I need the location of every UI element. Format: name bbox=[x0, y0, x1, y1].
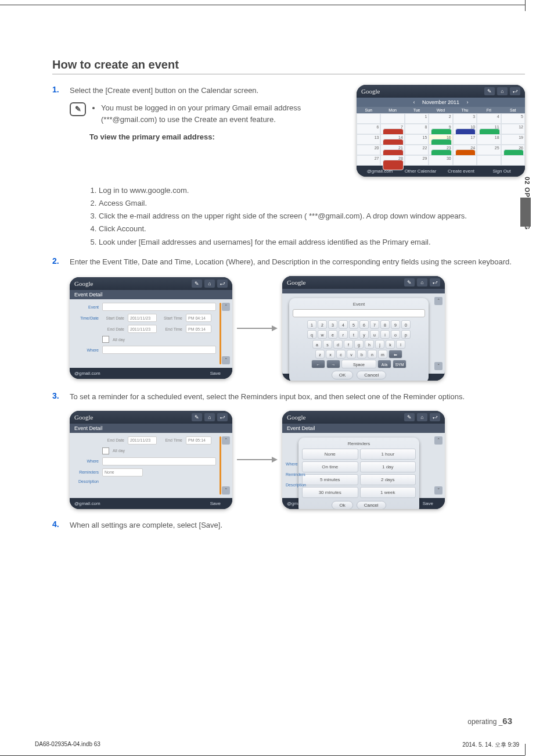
calendar-cell[interactable]: 11 bbox=[477, 124, 501, 134]
reminder-option[interactable]: None bbox=[302, 449, 358, 460]
key-sym[interactable]: SYM bbox=[393, 360, 406, 368]
key[interactable]: 9 bbox=[391, 320, 400, 329]
key[interactable]: q bbox=[307, 330, 316, 339]
key[interactable]: 5 bbox=[349, 320, 358, 329]
save-button[interactable]: Save bbox=[210, 371, 221, 376]
key[interactable]: k bbox=[386, 340, 395, 349]
allday-checkbox[interactable] bbox=[102, 447, 109, 454]
reminders-ok-button[interactable]: Ok bbox=[332, 501, 352, 509]
reminder-option[interactable]: 1 day bbox=[360, 461, 416, 472]
key[interactable]: w bbox=[318, 330, 327, 339]
calendar-cell[interactable]: 27 bbox=[357, 155, 380, 166]
back-icon[interactable]: ⮐ bbox=[510, 87, 520, 95]
save-button[interactable]: Save bbox=[210, 501, 221, 506]
key[interactable]: 3 bbox=[328, 320, 337, 329]
scroll-down[interactable]: ˅ bbox=[434, 486, 443, 495]
calendar-cell[interactable] bbox=[501, 155, 525, 166]
key[interactable]: r bbox=[339, 330, 348, 339]
calendar-cell[interactable]: 18 bbox=[477, 134, 501, 145]
reminder-option[interactable]: 2 days bbox=[360, 474, 416, 485]
calendar-body[interactable]: 1234567891011121314151617181920212223242… bbox=[357, 113, 525, 166]
scroll-down[interactable]: ˅ bbox=[222, 486, 230, 495]
home-icon[interactable]: ⌂ bbox=[417, 413, 427, 421]
key[interactable]: z bbox=[315, 350, 325, 359]
calendar-cell[interactable]: 5 bbox=[501, 113, 525, 124]
calendar-cell[interactable]: 22 bbox=[405, 145, 429, 155]
back-icon[interactable]: ⮐ bbox=[430, 413, 440, 421]
calendar-cell[interactable]: 1 bbox=[405, 113, 429, 124]
memo-icon[interactable]: ✎ bbox=[192, 280, 202, 288]
calendar-cell[interactable]: 26 bbox=[501, 145, 525, 155]
key[interactable]: l bbox=[396, 340, 405, 349]
calendar-cell[interactable] bbox=[477, 155, 501, 166]
key[interactable]: 2 bbox=[318, 320, 327, 329]
calendar-cell[interactable]: 17 bbox=[453, 134, 477, 145]
keyboard-cancel-button[interactable]: Cancel bbox=[357, 371, 386, 379]
reminder-option[interactable]: 30 minutes bbox=[302, 487, 358, 498]
allday-checkbox[interactable] bbox=[102, 336, 109, 343]
scroll-up[interactable]: ˄ bbox=[222, 436, 230, 445]
calendar-cell[interactable]: 10 bbox=[453, 124, 477, 134]
key[interactable]: p bbox=[401, 330, 411, 339]
home-icon[interactable]: ⌂ bbox=[417, 278, 427, 286]
input-end-date[interactable]: 2011/11/23 bbox=[128, 436, 157, 445]
create-event-button[interactable]: Create event bbox=[443, 169, 480, 174]
calendar-cell[interactable]: 14 bbox=[380, 134, 404, 145]
key[interactable]: a bbox=[312, 340, 322, 349]
calendar-cell[interactable]: 13 bbox=[357, 134, 380, 145]
scroll-up[interactable]: ˄ bbox=[434, 436, 443, 445]
key[interactable]: t bbox=[349, 330, 358, 339]
calendar-cell[interactable]: 15 bbox=[405, 134, 429, 145]
key[interactable]: e bbox=[328, 330, 337, 339]
key-space[interactable]: Space bbox=[341, 360, 376, 368]
calendar-cell[interactable]: 28 bbox=[380, 155, 404, 166]
calendar-cell[interactable] bbox=[357, 113, 380, 124]
key[interactable]: s bbox=[323, 340, 332, 349]
key[interactable]: ⬅ bbox=[388, 350, 402, 359]
calendar-cell[interactable]: 9 bbox=[429, 124, 452, 134]
prev-month[interactable]: ‹ bbox=[407, 99, 420, 105]
scroll-track[interactable] bbox=[220, 436, 221, 495]
reminder-option[interactable]: 1 week bbox=[360, 487, 416, 498]
calendar-cell[interactable]: 8 bbox=[405, 124, 429, 134]
scroll-down[interactable]: ˅ bbox=[222, 356, 230, 364]
calendar-cell[interactable]: 12 bbox=[501, 124, 525, 134]
calendar-cell[interactable]: 24 bbox=[453, 145, 477, 155]
reminder-option[interactable]: 5 minutes bbox=[302, 474, 358, 485]
memo-icon[interactable]: ✎ bbox=[484, 87, 495, 95]
key[interactable]: v bbox=[347, 350, 356, 359]
key-cursor-right[interactable]: → bbox=[326, 360, 340, 368]
key[interactable]: o bbox=[391, 330, 400, 339]
key[interactable]: 6 bbox=[359, 320, 369, 329]
reminder-option[interactable]: 1 hour bbox=[360, 449, 416, 460]
scroll-up[interactable]: ˄ bbox=[434, 297, 443, 305]
key[interactable]: y bbox=[359, 330, 369, 339]
calendar-cell[interactable]: 6 bbox=[357, 124, 380, 134]
input-end-time[interactable]: PM 05:14 bbox=[186, 436, 211, 445]
reminder-option[interactable]: On time bbox=[302, 461, 358, 472]
sign-out-button[interactable]: Sign Out bbox=[483, 169, 520, 174]
back-icon[interactable]: ⮐ bbox=[217, 280, 228, 288]
input-end-time[interactable]: PM 05:14 bbox=[186, 325, 211, 333]
key[interactable]: u bbox=[370, 330, 379, 339]
key[interactable]: c bbox=[336, 350, 346, 359]
key[interactable]: 1 bbox=[307, 320, 316, 329]
calendar-cell[interactable]: 4 bbox=[477, 113, 501, 124]
calendar-cell[interactable] bbox=[380, 113, 404, 124]
calendar-cell[interactable]: 7 bbox=[380, 124, 404, 134]
calendar-cell[interactable]: 20 bbox=[357, 145, 380, 155]
home-icon[interactable]: ⌂ bbox=[204, 413, 215, 421]
calendar-cell[interactable] bbox=[453, 155, 477, 166]
calendar-cell[interactable]: 30 bbox=[429, 155, 452, 166]
calendar-cell[interactable]: 21 bbox=[380, 145, 404, 155]
key[interactable]: 4 bbox=[339, 320, 348, 329]
back-icon[interactable]: ⮐ bbox=[430, 278, 440, 286]
key-cursor-left[interactable]: ← bbox=[311, 360, 325, 368]
calendar-cell[interactable]: 25 bbox=[477, 145, 501, 155]
key[interactable]: h bbox=[365, 340, 374, 349]
calendar-cell[interactable]: 23 bbox=[429, 145, 452, 155]
input-end-date[interactable]: 2011/11/23 bbox=[128, 325, 157, 333]
key[interactable]: b bbox=[357, 350, 366, 359]
key-caps[interactable]: A/a bbox=[377, 360, 391, 368]
key[interactable]: n bbox=[368, 350, 377, 359]
